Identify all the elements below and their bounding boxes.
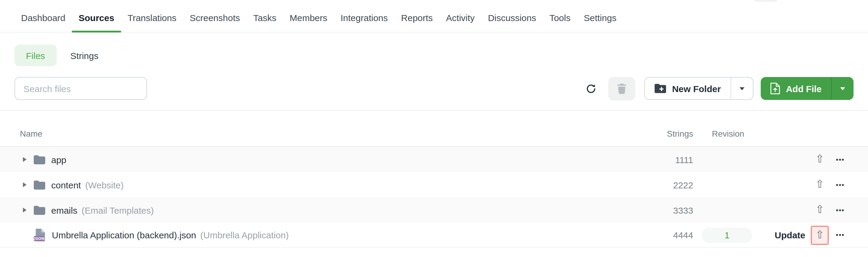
- folder-note: (Website): [85, 180, 124, 190]
- nav-item-reports[interactable]: Reports: [395, 0, 439, 32]
- folder-plus-icon: [655, 84, 666, 93]
- add-file-dropdown-toggle[interactable]: [832, 77, 854, 100]
- column-header-name: Name: [14, 129, 645, 146]
- nav-item-settings[interactable]: Settings: [577, 0, 623, 32]
- view-switch: Files Strings: [14, 44, 868, 66]
- nav-item-discussions[interactable]: Discussions: [481, 0, 543, 32]
- upload-icon[interactable]: ⇧: [815, 153, 824, 164]
- toolbar-actions: New Folder Add File: [585, 77, 854, 100]
- table-row: app 1111 ⇧ •••: [0, 147, 868, 172]
- folder-name[interactable]: app: [51, 154, 66, 164]
- refresh-button[interactable]: [585, 83, 598, 94]
- nav-item-integrations[interactable]: Integrations: [334, 0, 395, 32]
- revision-badge[interactable]: 1: [702, 227, 752, 243]
- expand-caret-icon[interactable]: [23, 182, 27, 187]
- upload-icon[interactable]: ⇧: [815, 229, 824, 240]
- expand-caret-icon[interactable]: [23, 208, 27, 213]
- nav-item-tools[interactable]: Tools: [543, 0, 577, 32]
- project-nav: Dashboard Sources Translations Screensho…: [0, 0, 868, 33]
- nav-item-screenshots[interactable]: Screenshots: [183, 0, 247, 32]
- nav-item-translations[interactable]: Translations: [121, 0, 183, 32]
- column-header-strings: Strings: [645, 129, 693, 146]
- tab-files[interactable]: Files: [14, 44, 56, 66]
- add-file-label: Add File: [786, 83, 822, 94]
- strings-count: 3333: [645, 205, 693, 215]
- folder-name[interactable]: content: [51, 180, 81, 190]
- refresh-icon: [586, 83, 596, 94]
- add-file-split-button: Add File: [761, 77, 854, 100]
- new-folder-split-button: New Folder: [644, 77, 753, 100]
- trash-icon: [617, 83, 626, 94]
- file-note: (Umbrella Application): [200, 230, 289, 240]
- expand-caret-icon[interactable]: [23, 157, 27, 162]
- upload-icon[interactable]: ⇧: [815, 204, 824, 215]
- cutoff-popover-edge: [754, 0, 777, 2]
- strings-count: 1111: [645, 154, 693, 164]
- add-file-button[interactable]: Add File: [761, 77, 831, 100]
- tab-strings[interactable]: Strings: [70, 50, 98, 61]
- folder-icon: [34, 180, 45, 189]
- folder-icon: [34, 155, 45, 164]
- new-folder-label: New Folder: [672, 83, 721, 94]
- more-actions-button[interactable]: •••: [831, 232, 850, 238]
- files-toolbar: New Folder Add File: [14, 77, 854, 100]
- table-row: emails (Email Templates) 3333 ⇧ •••: [0, 197, 868, 223]
- nav-item-activity[interactable]: Activity: [439, 0, 481, 32]
- chevron-down-icon: [740, 87, 744, 90]
- delete-button[interactable]: [608, 77, 635, 100]
- more-actions-button[interactable]: •••: [831, 181, 850, 188]
- column-header-revision: Revision: [693, 129, 761, 146]
- sources-page: Dashboard Sources Translations Screensho…: [0, 0, 868, 257]
- file-name[interactable]: Umbrella Application (backend).json: [52, 230, 196, 240]
- strings-count: 4444: [645, 230, 693, 240]
- json-file-icon: JSON: [34, 228, 46, 242]
- new-folder-dropdown-toggle[interactable]: [731, 78, 753, 99]
- folder-name[interactable]: emails: [51, 205, 78, 215]
- file-upload-icon: [770, 82, 780, 95]
- table-row: JSON Umbrella Application (backend).json…: [0, 223, 868, 248]
- folder-icon: [34, 206, 45, 215]
- nav-item-tasks[interactable]: Tasks: [247, 0, 283, 32]
- upload-icon[interactable]: ⇧: [815, 179, 824, 190]
- nav-item-sources[interactable]: Sources: [72, 0, 121, 32]
- svg-text:JSON: JSON: [34, 236, 44, 241]
- search-input[interactable]: [14, 77, 147, 100]
- files-table-header: Name Strings Revision: [0, 111, 868, 147]
- highlight-box: ⇧: [811, 225, 829, 245]
- new-folder-button[interactable]: New Folder: [645, 78, 731, 99]
- more-actions-button[interactable]: •••: [831, 156, 850, 163]
- chevron-down-icon: [840, 87, 845, 90]
- update-button[interactable]: Update: [775, 230, 805, 240]
- table-row: content (Website) 2222 ⇧ •••: [0, 172, 868, 197]
- strings-count: 2222: [645, 180, 693, 190]
- nav-item-dashboard[interactable]: Dashboard: [14, 0, 72, 32]
- more-actions-button[interactable]: •••: [831, 207, 850, 213]
- nav-item-members[interactable]: Members: [283, 0, 334, 32]
- expand-caret-spacer: [23, 233, 27, 237]
- folder-note: (Email Templates): [82, 205, 154, 215]
